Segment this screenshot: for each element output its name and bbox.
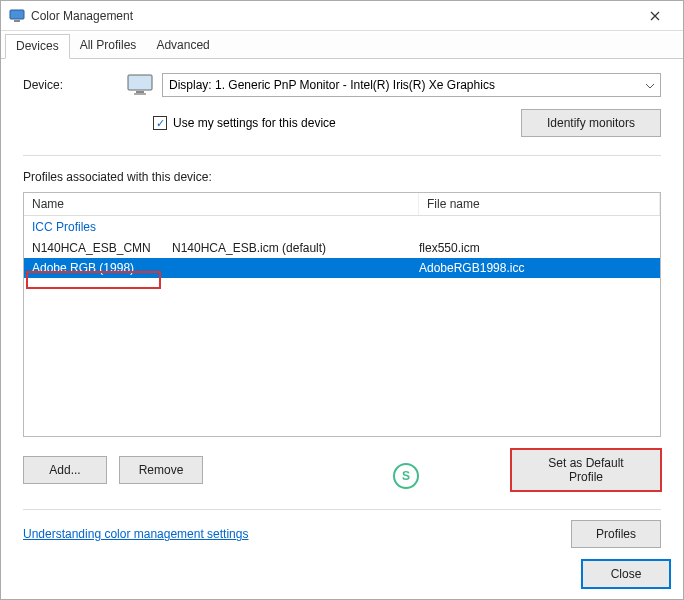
profile-buttons-row: Add... Remove Set as Default Profile (23, 449, 661, 491)
use-settings-label: Use my settings for this device (173, 116, 336, 130)
svg-rect-1 (14, 20, 20, 22)
profile-file: AdobeRGB1998.icc (419, 261, 652, 275)
device-label: Device: (23, 78, 118, 92)
set-default-profile-button[interactable]: Set as Default Profile (511, 449, 661, 491)
identify-monitors-button[interactable]: Identify monitors (521, 109, 661, 137)
tab-devices[interactable]: Devices (5, 34, 70, 59)
svg-rect-2 (128, 75, 152, 90)
chevron-down-icon (646, 78, 654, 92)
table-row[interactable]: N140HCA_ESB_CMN N140HCA_ESB.icm (default… (24, 238, 660, 258)
tab-all-profiles[interactable]: All Profiles (70, 34, 147, 59)
window-close-button[interactable] (635, 2, 675, 30)
title-bar: Color Management (1, 1, 683, 31)
window-title: Color Management (31, 9, 635, 23)
tab-bar: Devices All Profiles Advanced (1, 33, 683, 59)
tab-content: Device: Display: 1. Generic PnP Monitor … (1, 59, 683, 558)
separator (23, 155, 661, 156)
dialog-footer: Close (581, 559, 671, 589)
table-body: ICC Profiles N140HCA_ESB_CMN N140HCA_ESB… (24, 216, 660, 278)
remove-button[interactable]: Remove (119, 456, 203, 484)
separator (23, 509, 661, 510)
use-settings-checkbox[interactable] (153, 116, 167, 130)
profiles-table: Name File name ICC Profiles N140HCA_ESB_… (23, 192, 661, 437)
add-button[interactable]: Add... (23, 456, 107, 484)
col-name-header[interactable]: Name (24, 193, 419, 215)
profile-default: N140HCA_ESB.icm (default) (172, 241, 419, 255)
color-management-dialog: Color Management Devices All Profiles Ad… (0, 0, 684, 600)
bottom-row: Understanding color management settings … (23, 520, 661, 548)
profiles-button[interactable]: Profiles (571, 520, 661, 548)
svg-rect-3 (136, 91, 144, 93)
device-dropdown[interactable]: Display: 1. Generic PnP Monitor - Intel(… (162, 73, 661, 97)
col-file-header[interactable]: File name (419, 193, 660, 215)
tab-advanced[interactable]: Advanced (146, 34, 219, 59)
monitor-icon (126, 73, 154, 97)
svg-rect-0 (10, 10, 24, 19)
profiles-heading: Profiles associated with this device: (23, 170, 661, 184)
help-link[interactable]: Understanding color management settings (23, 527, 248, 541)
app-icon (9, 8, 25, 24)
table-header: Name File name (24, 193, 660, 216)
close-button[interactable]: Close (581, 559, 671, 589)
profile-group: ICC Profiles (24, 216, 660, 238)
profile-name: N140HCA_ESB_CMN (32, 241, 172, 255)
profile-name: Adobe RGB (1998) (32, 261, 419, 275)
profile-file: flex550.icm (419, 241, 652, 255)
device-row: Device: Display: 1. Generic PnP Monitor … (23, 73, 661, 97)
svg-rect-4 (134, 93, 146, 95)
table-row[interactable]: Adobe RGB (1998) AdobeRGB1998.icc (24, 258, 660, 278)
settings-row: Use my settings for this device Identify… (23, 109, 661, 137)
device-selected: Display: 1. Generic PnP Monitor - Intel(… (169, 78, 495, 92)
